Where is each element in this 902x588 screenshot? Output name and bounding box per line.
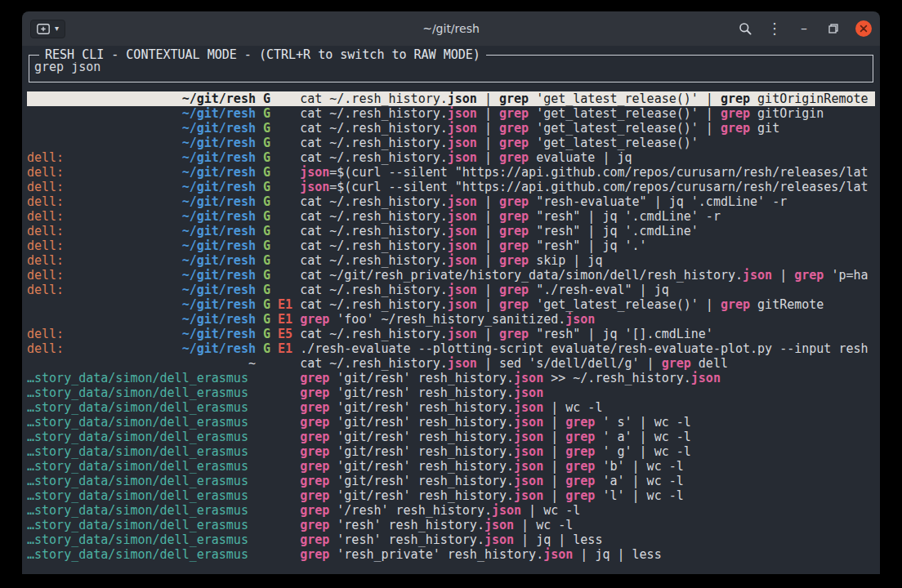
match-text: json [448, 356, 477, 371]
flag-git: G [263, 194, 270, 209]
history-row[interactable]: …story_data/simon/dell_erasmus grep 'git… [27, 444, 875, 459]
match-text: grep [499, 327, 529, 341]
match-text: grep [721, 106, 750, 121]
match-text: grep [499, 91, 529, 106]
row-directory: ~/git/resh [182, 341, 256, 356]
history-row[interactable]: ~ cat ~/.resh_history.json | sed 's/dell… [27, 356, 875, 371]
match-text: json [514, 488, 543, 503]
history-row[interactable]: ~/git/resh G cat ~/.resh_history.json | … [27, 121, 875, 136]
history-row[interactable]: …story_data/simon/dell_erasmus grep 'res… [27, 518, 875, 532]
row-host: …story_data/simon/dell_erasmus [27, 518, 248, 532]
chevron-down-icon[interactable]: ▾ [55, 24, 59, 33]
history-row[interactable]: dell: ~/git/resh G cat ~/.resh_history.j… [27, 283, 875, 297]
history-row[interactable]: dell: ~/git/resh G json=$(curl --silent … [27, 165, 875, 180]
row-host: …story_data/simon/dell_erasmus [27, 474, 248, 488]
history-row[interactable]: …story_data/simon/dell_erasmus grep '/re… [27, 503, 875, 518]
history-row[interactable]: …story_data/simon/dell_erasmus grep 'git… [27, 415, 875, 430]
history-row[interactable]: …story_data/simon/dell_erasmus grep 'git… [27, 371, 875, 385]
history-row[interactable]: …story_data/simon/dell_erasmus grep 'git… [27, 400, 875, 415]
row-directory: ~/git/resh [182, 121, 256, 136]
search-button[interactable] [730, 22, 760, 35]
match-text: json [691, 371, 721, 385]
history-row[interactable]: dell: ~/git/resh G E5 cat ~/.resh_histor… [27, 327, 875, 341]
row-directory: ~/git/resh [182, 297, 256, 312]
history-row[interactable]: dell: ~/git/resh G cat ~/.resh_history.j… [27, 224, 875, 238]
match-text: grep [565, 488, 595, 503]
row-directory: ~/git/resh [182, 165, 256, 180]
history-row[interactable]: …story_data/simon/dell_erasmus grep 'git… [27, 488, 875, 503]
match-text: grep [300, 488, 329, 503]
row-host: …story_data/simon/dell_erasmus [27, 400, 248, 415]
history-row[interactable]: dell: ~/git/resh G cat ~/.resh_history.j… [27, 238, 875, 253]
row-directory: ~/git/resh [182, 180, 256, 194]
row-directory: ~/git/resh [182, 91, 256, 106]
row-host: …story_data/simon/dell_erasmus [27, 385, 248, 400]
row-host: dell: [27, 253, 64, 268]
history-row[interactable]: dell: ~/git/resh G E1 ./resh-evaluate --… [27, 341, 875, 356]
history-row[interactable]: …story_data/simon/dell_erasmus grep 'git… [27, 474, 875, 488]
match-text: grep [300, 415, 329, 430]
history-row[interactable]: dell: ~/git/resh G cat ~/.resh_history.j… [27, 209, 875, 224]
row-directory: ~/git/resh [182, 268, 256, 283]
history-row[interactable]: ~/git/resh G cat ~/.resh_history.json | … [27, 91, 875, 106]
history-row[interactable]: …story_data/simon/dell_erasmus grep 'git… [27, 430, 875, 444]
match-text: grep [499, 238, 529, 253]
flag-git: G [263, 297, 270, 312]
row-directory: ~/git/resh [182, 312, 256, 327]
row-host: dell: [27, 209, 64, 224]
menu-kebab-icon[interactable]: ⋮ [760, 20, 789, 37]
flag-git: G [263, 91, 270, 106]
row-host: dell: [27, 283, 64, 297]
match-text: json [448, 253, 477, 268]
history-row[interactable]: dell: ~/git/resh G json=$(curl --silent … [27, 180, 875, 194]
panel-title: RESH CLI - CONTEXTUAL MODE - (CTRL+R to … [39, 47, 486, 62]
match-text: json [514, 459, 543, 474]
match-text: grep [565, 444, 595, 459]
restore-button[interactable] [819, 23, 848, 34]
row-host: …story_data/simon/dell_erasmus [27, 488, 248, 503]
flag-exit-status: E1 [278, 341, 292, 356]
history-row[interactable]: ~/git/resh G cat ~/.resh_history.json | … [27, 106, 875, 121]
match-text: grep [300, 385, 329, 400]
match-text: json [448, 238, 477, 253]
match-text: grep [499, 121, 529, 136]
match-text: grep [300, 474, 329, 488]
history-row[interactable]: …story_data/simon/dell_erasmus grep 'res… [27, 532, 875, 547]
close-button[interactable] [855, 20, 872, 37]
history-row[interactable]: dell: ~/git/resh G cat ~/.resh_history.j… [27, 194, 875, 209]
terminal-window: ▾ ~/git/resh ⋮ – [22, 11, 880, 574]
match-text: grep [300, 503, 329, 518]
match-text: json [514, 444, 543, 459]
match-text: json [514, 385, 543, 400]
match-text: grep [721, 121, 750, 136]
match-text: grep [499, 150, 529, 165]
history-row[interactable]: ~/git/resh G E1 cat ~/.resh_history.json… [27, 297, 875, 312]
history-row[interactable]: ~/git/resh G E1 grep 'foo' ~/resh_histor… [27, 312, 875, 327]
match-text: grep [499, 283, 529, 297]
match-text: json [565, 312, 595, 327]
minimize-button[interactable]: – [789, 20, 819, 37]
history-row[interactable]: …story_data/simon/dell_erasmus grep 'git… [27, 459, 875, 474]
history-row[interactable]: dell: ~/git/resh G cat ~/.resh_history.j… [27, 253, 875, 268]
new-tab-button[interactable]: ▾ [30, 20, 65, 38]
terminal-content: RESH CLI - CONTEXTUAL MODE - (CTRL+R to … [22, 46, 880, 574]
row-host: dell: [27, 165, 64, 180]
match-text: grep [499, 297, 529, 312]
row-host: …story_data/simon/dell_erasmus [27, 430, 248, 444]
row-directory: ~/git/resh [182, 283, 256, 297]
history-row[interactable]: ~/git/resh G cat ~/.resh_history.json | … [27, 136, 875, 150]
match-text: json [484, 518, 514, 532]
match-text: grep [499, 136, 529, 150]
match-text: json [484, 532, 514, 547]
match-text: grep [565, 474, 595, 488]
history-row[interactable]: dell: ~/git/resh G cat ~/.resh_history.j… [27, 150, 875, 165]
history-row[interactable]: …story_data/simon/dell_erasmus grep 'git… [27, 385, 875, 400]
history-row[interactable]: dell: ~/git/resh G cat ~/git/resh_privat… [27, 268, 875, 283]
match-text: json [448, 121, 477, 136]
row-host: …story_data/simon/dell_erasmus [27, 547, 248, 562]
history-list: ~/git/resh G cat ~/.resh_history.json | … [27, 91, 875, 562]
match-text: json [448, 283, 477, 297]
match-text: grep [300, 444, 329, 459]
row-host: dell: [27, 150, 64, 165]
history-row[interactable]: …story_data/simon/dell_erasmus grep 'res… [27, 547, 875, 562]
